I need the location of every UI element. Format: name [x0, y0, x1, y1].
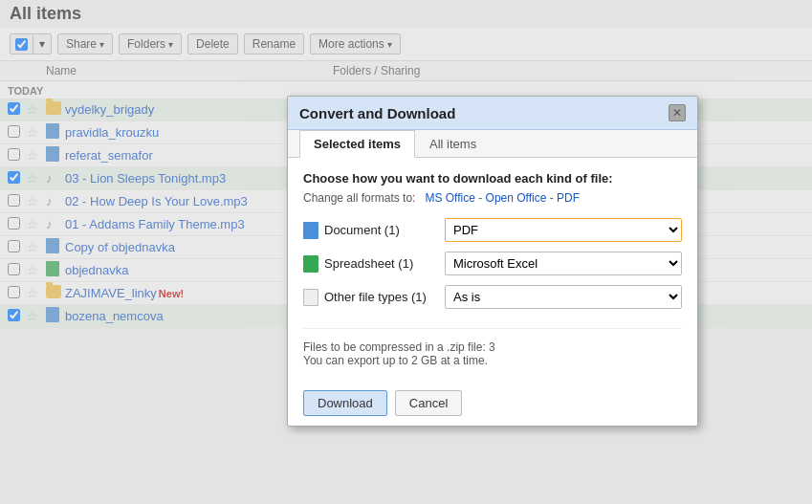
ms-office-link[interactable]: MS Office — [425, 191, 474, 205]
spreadsheet-format-row: Spreadsheet (1) Microsoft Excel Open Off… — [303, 252, 682, 275]
dialog-title: Convert and Download — [299, 105, 455, 121]
document-icon — [303, 222, 318, 239]
spreadsheet-format-select[interactable]: Microsoft Excel Open Office PDF CSV — [445, 252, 682, 275]
change-formats-row: Change all formats to: MS Office - Open … — [303, 191, 682, 205]
spreadsheet-icon — [303, 255, 318, 273]
tab-all-items[interactable]: All items — [415, 130, 491, 158]
other-format-row: Other file types (1) As is Convert to we… — [303, 285, 682, 309]
dialog-tabs: Selected items All items — [288, 130, 697, 158]
other-label-part: Other file types (1) — [303, 289, 437, 306]
document-format-select[interactable]: PDF Microsoft Word Open Office Rich Text — [445, 218, 682, 242]
other-label: Other file types (1) — [324, 290, 427, 304]
spreadsheet-label: Spreadsheet (1) — [324, 256, 413, 271]
other-icon — [303, 289, 318, 306]
spreadsheet-label-part: Spreadsheet (1) — [303, 255, 437, 273]
pdf-link[interactable]: PDF — [557, 191, 580, 205]
dialog-close-button[interactable]: ✕ — [669, 104, 686, 121]
tab-selected-items[interactable]: Selected items — [299, 130, 415, 158]
document-label: Document (1) — [324, 223, 400, 237]
dialog-instruction: Choose how you want to download each kin… — [303, 171, 682, 186]
dialog-body: Choose how you want to download each kin… — [288, 158, 697, 328]
document-format-row: Document (1) PDF Microsoft Word Open Off… — [303, 218, 682, 242]
open-office-link[interactable]: Open Office — [486, 191, 547, 205]
document-label-part: Document (1) — [303, 222, 437, 239]
dialog-title-bar: Convert and Download ✕ — [288, 97, 697, 130]
other-format-select[interactable]: As is Convert to web page — [445, 285, 682, 309]
convert-download-dialog: Convert and Download ✕ Selected items Al… — [287, 96, 698, 328]
